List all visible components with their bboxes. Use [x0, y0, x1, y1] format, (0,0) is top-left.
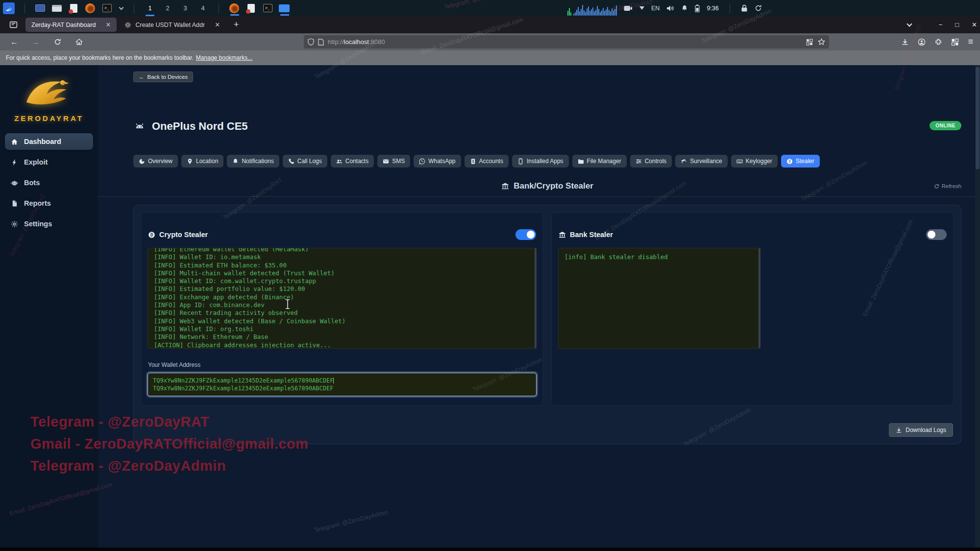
sidebar-item-reports[interactable]: Reports: [5, 195, 93, 212]
device-tab-surveillance[interactable]: Surveillance: [675, 155, 727, 168]
containers-icon[interactable]: [806, 39, 813, 46]
battery-icon[interactable]: [695, 4, 700, 12]
reload-icon[interactable]: [50, 35, 65, 49]
keyboard-layout[interactable]: EN: [651, 5, 660, 12]
manage-bookmarks-link[interactable]: Manage bookmarks...: [196, 54, 252, 61]
bank-stealer-toggle[interactable]: [926, 229, 947, 240]
bookmark-star-icon[interactable]: [818, 38, 825, 46]
home-icon[interactable]: [72, 35, 86, 49]
terminal-app-icon[interactable]: >_: [101, 3, 112, 14]
device-tab-call-logs[interactable]: Call Logs: [283, 155, 327, 168]
device-tab-label: File Manager: [587, 158, 621, 165]
crypto-stealer-log[interactable]: [INFO] Ethereum wallet detected (MetaMas…: [147, 248, 537, 349]
close-tab-icon[interactable]: ✕: [214, 21, 221, 28]
workspace-2[interactable]: 2: [162, 2, 173, 14]
sidebar-item-bots[interactable]: Bots: [5, 174, 93, 191]
audio-spectrum: [567, 4, 617, 16]
device-tab-label: WhatsApp: [428, 158, 455, 165]
scrollbar-thumb[interactable]: [976, 67, 980, 169]
bank-icon: [559, 231, 566, 239]
whatsapp-icon: [419, 158, 425, 165]
device-tab-notifications[interactable]: Notifications: [227, 155, 279, 168]
log-line: [INFO] Exchange app detected (Binance): [154, 293, 529, 301]
account-icon[interactable]: [918, 38, 926, 46]
list-tabs-icon[interactable]: [906, 21, 912, 26]
device-tab-accounts[interactable]: Accounts: [465, 155, 509, 168]
page-info-icon[interactable]: [318, 39, 324, 46]
close-window-button[interactable]: ✕: [972, 21, 977, 28]
tab-create-usdt-wallet[interactable]: Create USDT Wallet Addr ✕: [119, 18, 226, 32]
firefox-app-icon[interactable]: [85, 3, 96, 14]
robot-icon: [11, 179, 18, 187]
shield-icon[interactable]: [308, 38, 314, 46]
log-line: [INFO] Estimated portfolio value: $120.0…: [154, 285, 529, 293]
apps-grid-icon[interactable]: [951, 38, 959, 46]
back-arrow-icon: ←: [139, 74, 145, 80]
device-tab-keylogger[interactable]: Keylogger: [731, 155, 778, 168]
device-tab-overview[interactable]: Overview: [133, 155, 178, 168]
kali-menu-icon[interactable]: [3, 2, 15, 14]
sidebar-item-exploit[interactable]: Exploit: [5, 154, 93, 170]
workspace-4[interactable]: 4: [197, 2, 209, 14]
dragon-icon: [5, 4, 13, 12]
wallet-address-label: Your Wallet Address: [148, 361, 536, 368]
back-icon[interactable]: ←: [7, 35, 22, 49]
device-tab-controls[interactable]: Controls: [630, 155, 672, 168]
device-tab-label: SMS: [392, 158, 405, 165]
back-to-devices-button[interactable]: ← Back to Devices: [133, 72, 193, 82]
device-tab-whatsapp[interactable]: WhatsApp: [414, 155, 461, 168]
refresh-button[interactable]: Refresh: [934, 183, 961, 189]
running-document-icon[interactable]: [245, 3, 256, 14]
device-tab-installed-apps[interactable]: Installed Apps: [512, 155, 569, 168]
url-bar[interactable]: http://localhost:8080: [304, 35, 829, 48]
workspace-3[interactable]: 3: [179, 2, 191, 14]
downloads-icon[interactable]: [901, 38, 909, 46]
logout-icon[interactable]: [755, 4, 762, 12]
device-tab-location[interactable]: Location: [181, 155, 223, 168]
crypto-stealer-panel: Crypto Stealer [INFO] Ethereum wallet de…: [141, 212, 543, 406]
close-tab-icon[interactable]: ✕: [105, 21, 112, 28]
maximize-button[interactable]: □: [955, 21, 959, 28]
minimize-button[interactable]: −: [939, 21, 943, 28]
bell-icon[interactable]: [681, 4, 688, 12]
sidebar-item-label: Bots: [24, 179, 40, 187]
running-firefox-icon[interactable]: [229, 3, 240, 14]
document-app-icon[interactable]: [68, 3, 79, 14]
device-tab-contacts[interactable]: Contacts: [331, 155, 374, 168]
clock[interactable]: 9:36: [707, 5, 718, 12]
watermark-contact-line: Telegram - @ZeroDayRAT: [30, 414, 209, 430]
workspace-1[interactable]: 1: [144, 2, 156, 14]
page-scrollbar[interactable]: [975, 65, 980, 551]
sidebar-item-dashboard[interactable]: Dashboard: [5, 133, 93, 150]
tab-zerday-rat-dashboard[interactable]: Zerday-RAT Dashboard ✕: [25, 18, 117, 32]
menu-icon[interactable]: ≡: [968, 37, 973, 47]
running-terminal-icon[interactable]: >_: [262, 3, 273, 14]
taskbar-separator: [24, 3, 25, 13]
log-line: [INFO] Recent trading activity observed: [154, 309, 529, 317]
forward-icon[interactable]: →: [28, 35, 43, 49]
extension-icon[interactable]: [934, 38, 942, 46]
device-tab-file-manager[interactable]: File Manager: [572, 155, 627, 168]
display-app-icon[interactable]: [35, 3, 46, 14]
tab-title: Zerday-RAT Dashboard: [31, 22, 96, 28]
location-icon: [187, 158, 193, 165]
keyboard-icon: [736, 158, 743, 165]
speaker-icon[interactable]: [666, 5, 674, 12]
new-tab-button[interactable]: +: [234, 20, 239, 30]
sidebar-item-settings[interactable]: Settings: [5, 216, 93, 232]
device-tab-stealer[interactable]: Stealer: [781, 155, 820, 168]
lock-icon[interactable]: [741, 4, 748, 12]
toggle-knob: [527, 231, 535, 239]
device-tab-sms[interactable]: SMS: [377, 155, 410, 168]
log-line: [ACTION] Clipboard addresses injection a…: [154, 341, 529, 349]
running-window-icon[interactable]: [279, 3, 290, 14]
url-text[interactable]: http://localhost:8080: [328, 38, 802, 46]
bank-stealer-log[interactable]: [info] Bank stealer disabled: [558, 248, 760, 349]
download-logs-button[interactable]: Download Logs: [889, 423, 953, 437]
file-manager-app-icon[interactable]: [51, 3, 62, 14]
device-tabs: OverviewLocationNotificationsCall LogsCo…: [133, 155, 961, 168]
terminal-dropdown-icon[interactable]: [118, 3, 124, 14]
firefox-view-icon[interactable]: [7, 19, 20, 31]
crypto-stealer-toggle[interactable]: [515, 229, 536, 240]
device-tab-label: Call Logs: [297, 158, 322, 165]
